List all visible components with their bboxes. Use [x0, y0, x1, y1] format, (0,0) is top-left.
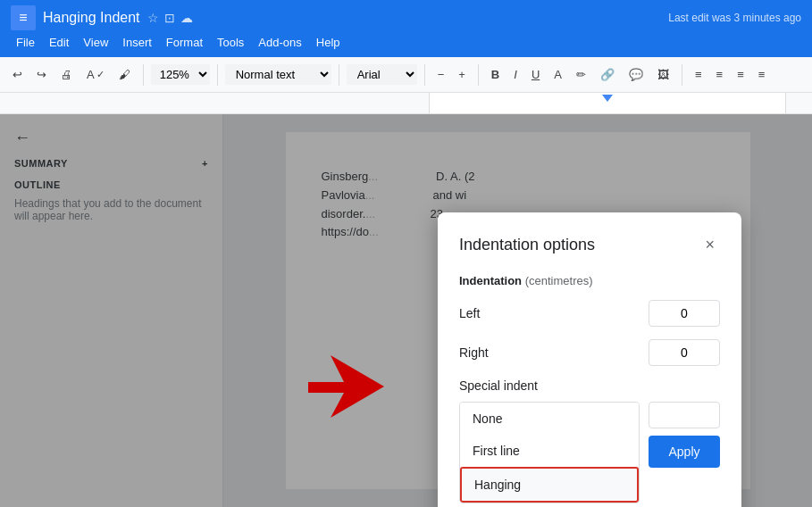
ruler-inner: [429, 93, 786, 113]
left-label: Left: [459, 306, 480, 320]
divider-5: [478, 64, 479, 86]
spellcheck-button[interactable]: A✓: [81, 64, 110, 85]
menu-format[interactable]: Format: [161, 34, 208, 51]
align-right-button[interactable]: ≡: [732, 64, 749, 85]
redo-button[interactable]: ↪: [31, 64, 52, 85]
paint-format-button[interactable]: 🖌: [113, 64, 136, 85]
link-button[interactable]: 🔗: [595, 64, 620, 85]
special-indent-container: None First line Hanging Apply: [459, 402, 720, 503]
main-area: ← SUMMARY + OUTLINE Headings that you ad…: [0, 114, 812, 507]
indentation-label: Indentation (centimetres): [459, 274, 720, 287]
bold-button[interactable]: B: [486, 64, 505, 85]
font-select[interactable]: Arial: [347, 64, 417, 85]
dialog-title: Indentation options: [459, 236, 595, 254]
italic-button[interactable]: I: [508, 64, 523, 85]
last-edit-text: Last edit was 3 minutes ago: [668, 12, 801, 24]
option-none[interactable]: None: [460, 403, 639, 435]
align-left-button[interactable]: ≡: [690, 64, 707, 85]
image-button[interactable]: 🖼: [652, 64, 674, 85]
undo-button[interactable]: ↩: [7, 64, 28, 85]
divider-1: [143, 64, 144, 86]
indentation-dialog: Indentation options × Indentation (centi…: [438, 212, 741, 507]
left-input[interactable]: [649, 300, 720, 327]
doc-title-row: ≡ Hanging Indent ☆ ⊡ ☁ Last edit was 3 m…: [11, 5, 801, 30]
left-field: Left: [459, 300, 720, 327]
top-bar: ≡ Hanging Indent ☆ ⊡ ☁ Last edit was 3 m…: [0, 0, 812, 57]
doc-icon: ≡: [11, 5, 36, 30]
menu-addons[interactable]: Add-ons: [253, 34, 306, 51]
right-label: Right: [459, 345, 489, 360]
right-field: Right: [459, 339, 720, 366]
menu-file[interactable]: File: [11, 34, 40, 51]
menu-view[interactable]: View: [78, 34, 113, 51]
menu-insert[interactable]: Insert: [117, 34, 157, 51]
font-size-minus[interactable]: −: [432, 64, 450, 85]
star-icon[interactable]: ☆: [147, 11, 159, 25]
color-button[interactable]: A: [548, 64, 567, 85]
align-center-button[interactable]: ≡: [711, 64, 729, 85]
underline-button[interactable]: U: [526, 64, 545, 85]
style-select[interactable]: Normal text: [225, 64, 331, 85]
option-first-line[interactable]: First line: [460, 435, 639, 467]
special-indent-dropdown[interactable]: None First line Hanging: [459, 402, 640, 503]
zoom-select[interactable]: 125%: [151, 64, 210, 85]
apply-button[interactable]: Apply: [649, 436, 720, 468]
dialog-header: Indentation options ×: [459, 234, 720, 256]
menu-row: File Edit View Insert Format Tools Add-o…: [11, 34, 801, 51]
title-icons: ☆ ⊡ ☁: [147, 11, 193, 25]
ruler: [0, 93, 812, 114]
right-input[interactable]: [649, 339, 720, 366]
menu-help[interactable]: Help: [311, 34, 346, 51]
divider-2: [217, 64, 218, 86]
special-indent-label: Special indent: [459, 378, 720, 393]
option-hanging[interactable]: Hanging: [460, 467, 639, 503]
highlight-button[interactable]: ✏: [571, 64, 591, 85]
divider-4: [424, 64, 425, 86]
menu-edit[interactable]: Edit: [44, 34, 74, 51]
print-button[interactable]: 🖨: [55, 64, 78, 85]
dialog-close-button[interactable]: ×: [699, 234, 720, 256]
font-size-plus[interactable]: +: [453, 64, 471, 85]
doc-title: Hanging Indent: [43, 10, 140, 26]
ruler-marker: [602, 95, 613, 102]
toolbar: ↩ ↪ 🖨 A✓ 🖌 125% Normal text Arial − + B …: [0, 57, 812, 93]
comment-button[interactable]: 💬: [624, 64, 649, 85]
divider-3: [339, 64, 339, 86]
history-icon[interactable]: ⊡: [164, 11, 175, 25]
menu-tools[interactable]: Tools: [212, 34, 249, 51]
cloud-icon[interactable]: ☁: [180, 11, 193, 25]
special-value-input[interactable]: [649, 402, 720, 428]
indentation-sublabel: (centimetres): [525, 274, 593, 287]
divider-6: [682, 64, 682, 86]
justify-button[interactable]: ≡: [753, 64, 771, 85]
